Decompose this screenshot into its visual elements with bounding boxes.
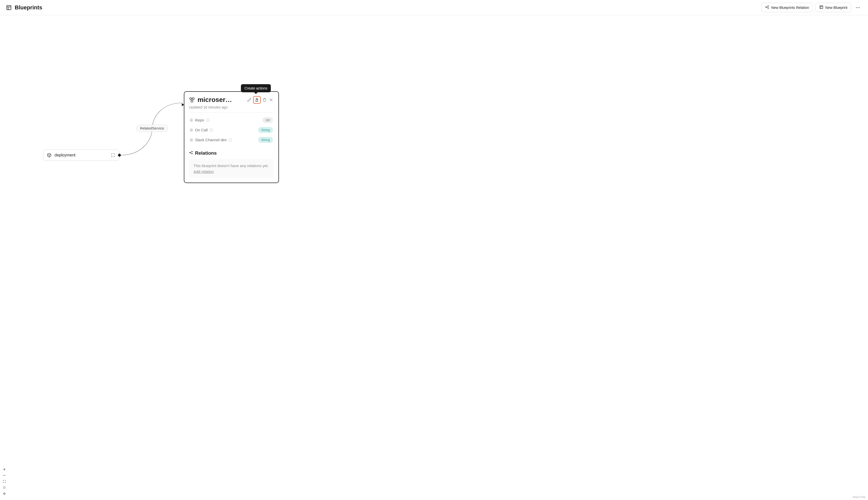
expand-icon[interactable] xyxy=(111,153,115,158)
header-left: Blueprints xyxy=(6,4,42,11)
cube-icon xyxy=(47,153,52,158)
node-deployment[interactable]: deployment xyxy=(43,150,119,161)
relation-icon xyxy=(765,5,769,10)
card-actions xyxy=(247,96,274,104)
property-name: Repo xyxy=(195,118,204,122)
close-button[interactable] xyxy=(268,97,274,103)
collapse-view-button[interactable] xyxy=(1,485,7,490)
type-pill: String xyxy=(258,137,273,143)
info-icon[interactable]: i xyxy=(206,118,209,122)
type-pill: Url xyxy=(262,117,273,123)
info-icon[interactable]: i xyxy=(210,128,213,132)
svg-line-7 xyxy=(766,7,768,8)
more-menu-button[interactable] xyxy=(854,3,862,12)
node-deployment-label: deployment xyxy=(55,153,111,158)
canvas[interactable]: deployment RelatedService Create actions xyxy=(0,15,868,500)
page-title: Blueprints xyxy=(15,4,42,11)
zoom-in-button[interactable] xyxy=(1,467,7,472)
edit-button[interactable] xyxy=(247,97,252,103)
edge-path xyxy=(0,15,868,500)
relation-icon xyxy=(189,150,193,156)
property-name: Slack Channel dev xyxy=(195,138,227,142)
property-row: On CalliString xyxy=(189,125,274,135)
svg-point-11 xyxy=(856,7,857,8)
new-blueprint-button[interactable]: New Blueprint xyxy=(815,3,851,12)
property-row: RepoiUrl xyxy=(189,115,274,125)
delete-button[interactable] xyxy=(262,97,267,103)
bullet-icon xyxy=(190,128,193,132)
create-actions-button[interactable] xyxy=(253,96,261,104)
svg-line-6 xyxy=(766,6,768,7)
add-relation-link[interactable]: Add relation xyxy=(194,169,214,174)
card-header: microser… xyxy=(189,96,274,104)
svg-point-20 xyxy=(190,152,190,153)
relations-empty: This blueprint doesn't have any relation… xyxy=(189,159,274,178)
relations-title-label: Relations xyxy=(195,150,217,156)
svg-point-3 xyxy=(766,7,766,8)
zoom-out-button[interactable] xyxy=(1,473,7,478)
card-divider xyxy=(189,112,274,113)
svg-point-13 xyxy=(859,7,860,8)
attribution-label: React Flow xyxy=(853,496,866,499)
property-name: On Call xyxy=(195,128,208,132)
svg-point-12 xyxy=(857,7,858,8)
card-title: microser… xyxy=(197,96,244,104)
svg-point-5 xyxy=(768,8,769,9)
svg-point-4 xyxy=(768,6,769,7)
card-subtitle: Updated 16 minutes ago xyxy=(189,105,274,109)
edge-label[interactable]: RelatedService xyxy=(136,125,168,132)
new-relation-label: New Blueprints Relation xyxy=(771,5,809,10)
svg-point-22 xyxy=(192,154,193,154)
tooltip-label: Create actions xyxy=(244,86,267,90)
info-icon[interactable]: i xyxy=(229,138,232,141)
microservice-icon xyxy=(189,97,195,103)
svg-line-24 xyxy=(190,152,192,154)
new-blueprint-label: New Blueprint xyxy=(825,5,847,10)
type-pill: String xyxy=(258,127,273,133)
relations-section: Relations This blueprint doesn't have an… xyxy=(189,150,274,178)
bullet-icon xyxy=(190,138,193,141)
fit-view-button[interactable] xyxy=(1,479,7,484)
svg-rect-0 xyxy=(7,5,11,10)
blueprint-card: microser… xyxy=(184,91,279,183)
svg-line-23 xyxy=(190,152,192,152)
blueprint-icon xyxy=(819,5,823,10)
relations-empty-text: This blueprint doesn't have any relation… xyxy=(194,163,269,169)
relations-title: Relations xyxy=(189,150,274,156)
card-port-in[interactable] xyxy=(182,103,184,106)
lock-view-button[interactable] xyxy=(1,491,7,497)
page-header: Blueprints New Blueprints Relation New B… xyxy=(0,0,868,15)
layout-icon xyxy=(6,5,12,10)
property-row: Slack Channel deviString xyxy=(189,135,274,145)
properties-list: RepoiUrlOn CalliStringSlack Channel devi… xyxy=(189,115,274,145)
node-port-out[interactable] xyxy=(118,154,121,157)
svg-point-21 xyxy=(192,151,193,152)
svg-rect-8 xyxy=(820,5,823,9)
bullet-icon xyxy=(190,119,193,122)
header-right: New Blueprints Relation New Blueprint xyxy=(761,3,862,12)
new-relation-button[interactable]: New Blueprints Relation xyxy=(761,3,813,12)
tooltip-create-actions: Create actions xyxy=(241,84,271,92)
zoom-controls xyxy=(1,467,7,497)
